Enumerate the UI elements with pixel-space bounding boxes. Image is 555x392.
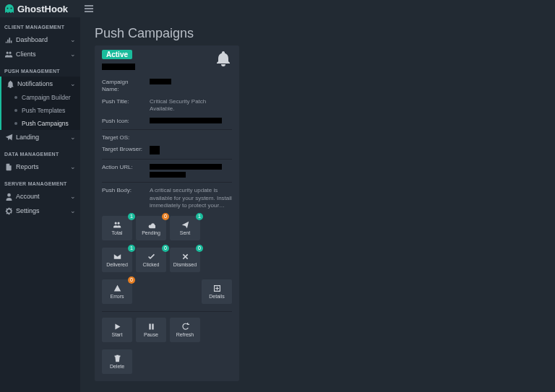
trash-icon [113,354,121,362]
count-badge: 0 [196,245,203,252]
sidebar-item-clients[interactable]: Clients⌄ [0,47,80,61]
page-title: Push Campaigns [95,26,541,41]
value: Critical Security Patch Available. [150,98,232,113]
errors-tile[interactable]: 0Errors [102,279,132,304]
chevron-down-icon: ⌄ [70,163,76,170]
sidebar-item-label: Settings [16,207,40,214]
sidebar-item-label: Notifications [17,80,53,87]
sidebar-section-header: CLIENT MANAGEMENT [0,17,80,32]
chevron-down-icon: ⌄ [70,193,76,200]
tile-label: Details [209,294,224,299]
count-badge: 0 [162,213,169,220]
field-target-os: Target OS: [102,134,232,141]
play-icon [113,322,121,331]
user-icon [4,192,13,201]
sidebar-section-header: PUSH MANAGEMENT [0,61,80,77]
sidebar-item-dashboard[interactable]: Dashboard⌄ [0,32,80,47]
sidebar-item-reports[interactable]: Reports⌄ [0,160,80,174]
count-badge: 0 [162,245,169,252]
sidebar-section-header: SERVER MANAGEMENT [0,174,80,189]
campaign-card: Active Campaign Name: Push Title: Critic… [95,45,239,381]
check-icon [147,252,155,261]
redacted-value [150,146,160,154]
main: Push Campaigns Active Campaign Name: Pus… [80,17,555,392]
label: Target OS: [102,134,147,141]
sidebar: CLIENT MANAGEMENTDashboard⌄Clients⌄PUSH … [0,0,80,392]
bullet-icon [14,122,17,125]
hamburger-button[interactable] [80,0,98,17]
count-badge: 1 [196,213,203,220]
sidebar-item-landing[interactable]: Landing⌄ [0,130,80,144]
details-tile[interactable]: Details [202,279,232,304]
users2-icon [113,220,121,229]
tile-label: Delete [110,364,124,369]
count-badge: 1 [128,245,135,252]
field-campaign-name: Campaign Name: [102,79,232,94]
sent-tile[interactable]: 1Sent [170,216,200,240]
sidebar-item-account[interactable]: Account⌄ [0,189,80,204]
label: Target Browser: [102,146,147,153]
brand: GhostHook [0,0,80,17]
pending-tile[interactable]: 0Pending [136,216,166,240]
tile-label: Start [112,332,123,337]
sidebar-item-campaign-builder[interactable]: Campaign Builder [1,91,80,104]
divider [102,159,232,160]
field-target-browser: Target Browser: [102,146,232,154]
sidebar-item-label: Account [16,193,40,200]
sidebar-subgroup: Campaign BuilderPush TemplatesPush Campa… [0,91,80,130]
sidebar-item-label: Push Templates [22,107,65,114]
tile-label: Refresh [176,332,194,337]
label: Campaign Name: [102,79,147,94]
start-button[interactable]: Start [102,318,132,342]
sidebar-item-label: Landing [16,134,39,141]
dismissed-tile[interactable]: 0Dismissed [170,248,200,272]
brand-text: GhostHook [17,4,68,14]
clicked-tile[interactable]: 0Clicked [136,248,166,272]
delivered-tile[interactable]: 1Delivered [102,248,132,272]
chevron-down-icon: ⌄ [70,207,76,214]
bell-icon [215,50,232,67]
topbar: GhostHook [0,0,555,17]
label: Push Body: [102,187,147,194]
sidebar-item-push-templates[interactable]: Push Templates [1,104,80,117]
count-badge: 0 [128,276,135,284]
bell-icon [6,79,14,88]
sidebar-item-push-campaigns[interactable]: Push Campaigns [1,117,80,130]
field-action-url: Action URL: [102,164,232,178]
sidebar-section-header: DATA MANAGEMENT [0,144,80,160]
label: Push Title: [102,98,147,105]
tile-label: Total [112,230,123,235]
chevron-down-icon: ⌄ [70,51,76,58]
redacted-value [150,118,222,123]
tile-label: Pause [144,332,158,337]
sidebar-item-label: Dashboard [16,36,48,43]
tile-label: Clicked [143,262,160,267]
gear-icon [4,206,13,215]
delete-button[interactable]: Delete [102,349,132,374]
value: A critical security update is available … [150,187,232,209]
field-push-icon: Push Icon: [102,118,232,125]
tile-label: Delivered [106,262,128,267]
users-icon [4,50,13,58]
sidebar-item-settings[interactable]: Settings⌄ [0,204,80,218]
chevron-down-icon: ⌄ [70,134,76,141]
sidebar-item-notifications[interactable]: Notifications⌄ [0,77,80,91]
total-tile[interactable]: 1Total [102,216,132,240]
refresh-button[interactable]: Refresh [170,318,200,342]
tile-label: Dismissed [173,262,197,267]
plus-icon [213,284,221,292]
tile-label: Sent [180,230,190,235]
x-icon [181,252,189,261]
divider [102,129,232,130]
label: Push Icon: [102,118,147,125]
doc-icon [4,162,13,171]
bullet-icon [14,109,17,112]
tile-label: Pending [142,230,160,235]
redacted-value [150,79,171,84]
pause-button[interactable]: Pause [136,318,166,342]
pause-icon [147,322,155,331]
redacted-value [150,164,222,178]
stat-tiles: 1Total0Pending1Sent1Delivered0Clicked0Di… [102,216,232,304]
divider [102,182,232,183]
field-push-title: Push Title: Critical Security Patch Avai… [102,98,232,113]
